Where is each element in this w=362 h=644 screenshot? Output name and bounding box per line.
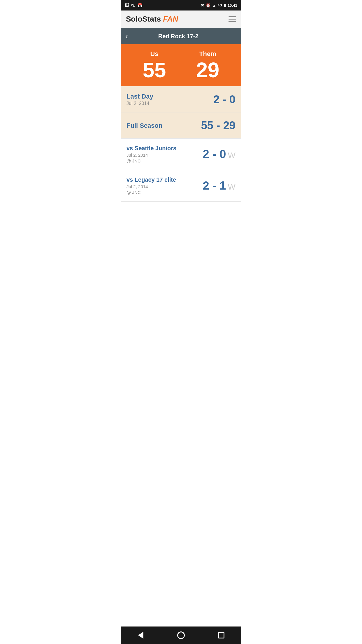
status-icons-left: 🖼 🛍 📅: [125, 3, 143, 8]
menu-button[interactable]: [229, 16, 236, 22]
bag-icon: 🛍: [131, 3, 135, 8]
full-season-value: 55 - 29: [201, 119, 236, 132]
app-title-main: SoloStats: [126, 15, 161, 23]
photo-icon: 🖼: [125, 3, 129, 8]
back-button[interactable]: ‹: [125, 32, 128, 40]
them-team: Them 29: [181, 50, 234, 80]
nav-title: Red Rock 17-2: [131, 33, 225, 40]
us-team: Us 55: [128, 50, 181, 80]
match-2-opponent: vs Legacy 17 elite: [126, 176, 176, 183]
them-label: Them: [199, 50, 216, 58]
signal-icon: 4G: [218, 4, 222, 7]
hamburger-line-1: [229, 16, 236, 17]
match-1-result: 2 - 0 W: [203, 148, 236, 161]
app-header: SoloStats FAN: [121, 10, 241, 28]
us-label: Us: [150, 50, 158, 58]
hamburger-line-2: [229, 19, 236, 20]
clock: 10:41: [228, 3, 237, 8]
match-1-score: 2 - 0: [203, 148, 226, 161]
last-day-row: Last Day Jul 2, 2014 2 - 0: [121, 86, 241, 113]
match-1-opponent: vs Seattle Juniors: [126, 145, 176, 152]
last-day-label: Last Day: [126, 93, 153, 100]
score-section: Us 55 Them 29: [121, 44, 241, 86]
match-row[interactable]: vs Seattle Juniors Jul 2, 2014 @ JNC 2 -…: [121, 139, 241, 170]
match-2-info: vs Legacy 17 elite Jul 2, 2014 @ JNC: [126, 176, 176, 195]
match-row[interactable]: vs Legacy 17 elite Jul 2, 2014 @ JNC 2 -…: [121, 170, 241, 202]
match-1-venue: @ JNC: [126, 158, 176, 163]
status-bar: 🖼 🛍 📅 ✖ ⏰ ▲ 4G ▮ 10:41: [121, 0, 241, 10]
full-season-label-block: Full Season: [126, 122, 162, 130]
match-2-score: 2 - 1: [203, 179, 226, 192]
match-1-win: W: [228, 151, 236, 160]
match-2-result: 2 - 1 W: [203, 179, 236, 192]
app-title: SoloStats FAN: [126, 15, 178, 24]
status-icons-right: ✖ ⏰ ▲ 4G ▮ 10:41: [201, 3, 237, 8]
stats-section: Last Day Jul 2, 2014 2 - 0 Full Season 5…: [121, 86, 241, 139]
nav-bar: ‹ Red Rock 17-2: [121, 28, 241, 44]
bluetooth-icon: ✖: [201, 3, 204, 8]
hamburger-line-3: [229, 21, 236, 22]
them-score: 29: [196, 60, 219, 80]
wifi-icon: ▲: [212, 3, 216, 8]
last-day-date: Jul 2, 2014: [126, 101, 153, 106]
match-2-win: W: [228, 182, 236, 192]
full-season-label: Full Season: [126, 122, 162, 130]
last-day-label-block: Last Day Jul 2, 2014: [126, 93, 153, 106]
full-season-row: Full Season 55 - 29: [121, 113, 241, 139]
last-day-value: 2 - 0: [213, 93, 236, 106]
calendar-icon: 📅: [138, 3, 143, 8]
battery-icon: ▮: [224, 3, 226, 8]
match-2-venue: @ JNC: [126, 190, 176, 195]
app-title-accent: FAN: [163, 15, 178, 23]
match-1-info: vs Seattle Juniors Jul 2, 2014 @ JNC: [126, 145, 176, 163]
match-2-date: Jul 2, 2014: [126, 184, 176, 189]
match-1-date: Jul 2, 2014: [126, 153, 176, 158]
matches-section: vs Seattle Juniors Jul 2, 2014 @ JNC 2 -…: [121, 139, 241, 202]
alarm-icon: ⏰: [206, 3, 210, 8]
us-score: 55: [143, 60, 166, 80]
